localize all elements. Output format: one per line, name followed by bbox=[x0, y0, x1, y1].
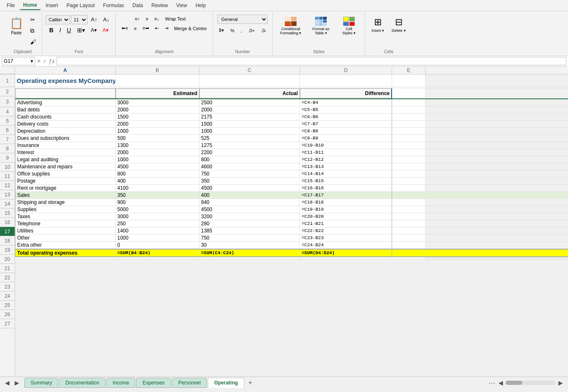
cell-D15[interactable]: =C15-B15 bbox=[300, 178, 392, 184]
cell-B25[interactable]: =SUM(B4:B24) bbox=[116, 250, 199, 256]
decrease-decimal-button[interactable]: .0- bbox=[258, 26, 269, 35]
format-as-table-button[interactable]: Format asTable ▾ bbox=[306, 15, 336, 37]
cell-D7[interactable]: =C7-B7 bbox=[300, 121, 392, 127]
percent-button[interactable]: % bbox=[228, 26, 237, 35]
confirm-formula-icon[interactable]: ✓ bbox=[43, 58, 47, 64]
tab-documentation[interactable]: Documentation bbox=[59, 378, 106, 388]
cell-B17[interactable]: 350 bbox=[116, 192, 199, 199]
cell-A5[interactable]: Bad debts bbox=[15, 106, 116, 113]
cell-D22[interactable]: =C22-B22 bbox=[300, 227, 392, 234]
cell-D1[interactable] bbox=[300, 75, 392, 87]
cell-D9[interactable]: =C9-B9 bbox=[300, 135, 392, 142]
cell-C2[interactable] bbox=[199, 87, 300, 88]
col-header-E[interactable]: E bbox=[392, 67, 426, 74]
cell-B12[interactable]: 1000 bbox=[116, 156, 199, 163]
cell-C4[interactable]: 2500 bbox=[199, 99, 300, 106]
cell-D20[interactable]: =C20-B20 bbox=[300, 213, 392, 220]
cell-D19[interactable]: =C19-B19 bbox=[300, 206, 392, 213]
cell-styles-button[interactable]: CellStyles ▾ bbox=[336, 15, 361, 37]
cell-D10[interactable]: =C10-B10 bbox=[300, 142, 392, 149]
cell-E27[interactable] bbox=[392, 258, 426, 259]
conditional-formatting-button[interactable]: ConditionalFormatting ▾ bbox=[276, 15, 305, 37]
cell-E22[interactable] bbox=[392, 227, 426, 234]
cell-B24[interactable]: 0 bbox=[116, 242, 199, 248]
cell-B21[interactable]: 250 bbox=[116, 220, 199, 227]
cell-D18[interactable]: =C18-B18 bbox=[300, 199, 392, 206]
cell-E16[interactable] bbox=[392, 185, 426, 191]
align-top-button[interactable]: ≡↑ bbox=[132, 15, 142, 23]
cell-E5[interactable] bbox=[392, 106, 426, 113]
menu-formulas[interactable]: Formulas bbox=[100, 1, 127, 10]
cell-B4[interactable]: 3000 bbox=[116, 99, 199, 106]
tab-operating[interactable]: Operating bbox=[208, 378, 244, 388]
cell-A3[interactable] bbox=[15, 88, 116, 98]
accounting-button[interactable]: $▾ bbox=[217, 26, 227, 35]
cell-D26[interactable] bbox=[300, 257, 392, 258]
col-header-A[interactable]: A bbox=[15, 67, 116, 74]
insert-function-icon[interactable]: ƒx bbox=[49, 58, 55, 64]
tab-income[interactable]: Income bbox=[106, 378, 135, 388]
number-format-dropdown[interactable]: General bbox=[217, 15, 268, 24]
menu-data[interactable]: Data bbox=[129, 1, 146, 10]
scroll-right-button[interactable]: ▶ bbox=[557, 379, 565, 387]
cell-E21[interactable] bbox=[392, 220, 426, 227]
cell-B16[interactable]: 4100 bbox=[116, 185, 199, 191]
cell-D3[interactable]: Difference bbox=[300, 88, 392, 98]
cell-E17[interactable] bbox=[392, 192, 426, 199]
cell-D21[interactable]: =C21-B21 bbox=[300, 220, 392, 227]
cell-D16[interactable]: =C16-B16 bbox=[300, 185, 392, 191]
cell-A24[interactable]: Extra other bbox=[15, 242, 116, 248]
align-right-button[interactable]: ≡➡ bbox=[140, 24, 151, 33]
cell-C14[interactable]: 750 bbox=[199, 170, 300, 177]
cell-D8[interactable]: =C8-B8 bbox=[300, 128, 392, 134]
cell-A22[interactable]: Utilities bbox=[15, 227, 116, 234]
cell-C27[interactable] bbox=[199, 258, 300, 259]
cell-D27[interactable] bbox=[300, 258, 392, 259]
cell-C20[interactable]: 3200 bbox=[199, 213, 300, 220]
cell-C11[interactable]: 2200 bbox=[199, 149, 300, 156]
cell-E10[interactable] bbox=[392, 142, 426, 149]
cell-C26[interactable] bbox=[199, 257, 300, 258]
cell-A21[interactable]: Telephone bbox=[15, 220, 116, 227]
cell-C17[interactable]: 400 bbox=[199, 192, 300, 199]
tab-nav-right[interactable]: ▶ bbox=[13, 379, 21, 387]
cell-B6[interactable]: 1500 bbox=[116, 113, 199, 120]
cell-B14[interactable]: 800 bbox=[116, 170, 199, 177]
name-box[interactable]: G17 ▾ bbox=[2, 57, 35, 65]
cell-C9[interactable]: 525 bbox=[199, 135, 300, 142]
cell-C19[interactable]: 4500 bbox=[199, 206, 300, 213]
cut-button[interactable]: ✂ bbox=[28, 15, 39, 25]
col-header-B[interactable]: B bbox=[116, 67, 199, 74]
align-bottom-button[interactable]: ≡↓ bbox=[152, 15, 162, 23]
cell-C8[interactable]: 1000 bbox=[199, 128, 300, 134]
cell-B9[interactable]: 500 bbox=[116, 135, 199, 142]
cell-A10[interactable]: Insurance bbox=[15, 142, 116, 149]
cell-B1[interactable] bbox=[116, 75, 199, 87]
fill-color-button[interactable]: A▾ bbox=[88, 26, 99, 35]
cell-B20[interactable]: 3000 bbox=[116, 213, 199, 220]
align-center-button[interactable]: ≡ bbox=[132, 24, 139, 33]
formula-input[interactable] bbox=[57, 57, 566, 65]
cell-A27[interactable] bbox=[15, 258, 116, 259]
cell-E25[interactable] bbox=[392, 250, 426, 256]
cell-B23[interactable]: 1000 bbox=[116, 235, 199, 241]
menu-insert[interactable]: Insert bbox=[42, 1, 62, 10]
cell-C12[interactable]: 800 bbox=[199, 156, 300, 163]
cell-C15[interactable]: 350 bbox=[199, 178, 300, 184]
cell-A11[interactable]: Interest bbox=[15, 149, 116, 156]
cell-C3[interactable]: Actual bbox=[199, 88, 300, 98]
cancel-formula-icon[interactable]: ✕ bbox=[37, 58, 41, 64]
cell-A25[interactable]: Total operating expenses bbox=[15, 250, 116, 256]
cell-C23[interactable]: 750 bbox=[199, 235, 300, 241]
paste-button[interactable]: 📋 Paste bbox=[7, 15, 26, 37]
cell-D13[interactable]: =C13-B13 bbox=[300, 163, 392, 170]
cell-E11[interactable] bbox=[392, 149, 426, 156]
cell-E20[interactable] bbox=[392, 213, 426, 220]
bold-button[interactable]: B bbox=[47, 25, 56, 35]
cell-D23[interactable]: =C23-B23 bbox=[300, 235, 392, 241]
decrease-indent-button[interactable]: ⇤ bbox=[152, 24, 161, 33]
format-painter-button[interactable]: 🖌 bbox=[28, 37, 39, 47]
menu-page-layout[interactable]: Page Layout bbox=[63, 1, 98, 10]
cell-A7[interactable]: Delivery costs bbox=[15, 121, 116, 127]
sheet-options-button[interactable]: ⋯ bbox=[488, 379, 495, 387]
